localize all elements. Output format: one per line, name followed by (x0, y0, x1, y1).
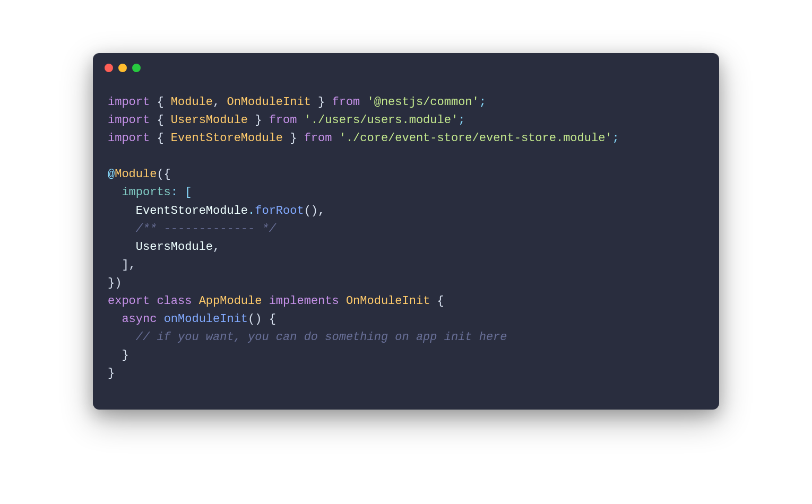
brace: { (150, 95, 171, 109)
space (262, 294, 269, 308)
indent (108, 312, 122, 326)
indent (108, 222, 136, 236)
prop-imports: imports (122, 186, 170, 199)
space (150, 294, 157, 308)
code-line: EventStoreModule.forRoot(), (108, 204, 325, 218)
decorator-module: Module (115, 168, 157, 181)
semicolon: ; (458, 114, 465, 127)
space (262, 312, 269, 326)
brace: ], (122, 258, 135, 272)
string-package: '@nestjs/common' (367, 95, 479, 109)
keyword-export: export (108, 294, 150, 308)
keyword-import: import (108, 95, 150, 109)
space (332, 132, 339, 145)
punct: : [ (171, 186, 192, 199)
code-line: }) (108, 276, 122, 290)
code-line: imports: [ (108, 186, 192, 199)
space (192, 294, 198, 308)
code-line: import { EventStoreModule } from './core… (108, 132, 619, 145)
func-onmoduleinit: onModuleInit (164, 312, 248, 326)
code-line: UsersModule, (108, 240, 220, 254)
type-usersmodule: UsersModule (171, 114, 248, 127)
indent (108, 240, 136, 254)
dot: . (248, 204, 255, 218)
keyword-class: class (157, 294, 192, 308)
code-line: // if you want, you can do something on … (108, 331, 507, 344)
code-line: } (108, 367, 115, 380)
close-icon[interactable] (105, 64, 113, 72)
brace: }) (108, 276, 122, 290)
code-line: import { UsersModule } from './users/use… (108, 114, 465, 127)
code-line: export class AppModule implements OnModu… (108, 294, 444, 308)
brace: } (283, 132, 304, 145)
type-eventstoremodule: EventStoreModule (171, 132, 283, 145)
keyword-from: from (332, 95, 360, 109)
ident-eventstoremodule: EventStoreModule (136, 204, 248, 218)
brace: ({ (157, 168, 170, 181)
comma: , (213, 240, 220, 254)
brace: { (269, 312, 276, 326)
code-line: import { Module, OnModuleInit } from '@n… (108, 95, 486, 109)
parens: () (248, 312, 262, 326)
string-package: './users/users.module' (304, 114, 458, 127)
code-line: ], (108, 258, 136, 272)
comment-block: /** ------------- */ (136, 222, 276, 236)
string-package: './core/event-store/event-store.module' (339, 132, 612, 145)
indent (108, 331, 136, 344)
func-forroot: forRoot (255, 204, 304, 218)
space (360, 95, 367, 109)
keyword-from: from (269, 114, 297, 127)
brace: } (108, 367, 115, 380)
decorator-at: @ (108, 168, 115, 181)
code-line: /** ------------- */ (108, 222, 276, 236)
code-content[interactable]: import { Module, OnModuleInit } from '@n… (93, 72, 719, 410)
brace: { (150, 114, 171, 127)
indent (108, 349, 122, 362)
brace: { (437, 294, 444, 308)
indent (108, 204, 136, 218)
space (297, 114, 304, 127)
code-line: async onModuleInit() { (108, 312, 276, 326)
space (157, 312, 163, 326)
semicolon: ; (479, 95, 486, 109)
minimize-icon[interactable] (118, 64, 127, 72)
keyword-async: async (122, 312, 157, 326)
comment-line: // if you want, you can do something on … (136, 331, 507, 344)
code-line: } (108, 349, 129, 362)
brace: } (311, 95, 332, 109)
keyword-implements: implements (269, 294, 339, 308)
semicolon: ; (612, 132, 619, 145)
brace: } (122, 349, 128, 362)
indent (108, 258, 122, 272)
type-appmodule: AppModule (199, 294, 262, 308)
space (339, 294, 346, 308)
keyword-import: import (108, 114, 150, 127)
zoom-icon[interactable] (132, 64, 141, 72)
space (430, 294, 437, 308)
keyword-from: from (304, 132, 332, 145)
brace: } (248, 114, 269, 127)
keyword-import: import (108, 132, 150, 145)
type-onmoduleinit: OnModuleInit (227, 95, 310, 109)
comma: , (213, 95, 227, 109)
indent (108, 186, 122, 199)
brace: { (150, 132, 171, 145)
ident-usersmodule: UsersModule (136, 240, 213, 254)
window-titlebar (93, 53, 719, 72)
parens: (), (304, 204, 325, 218)
type-onmoduleinit: OnModuleInit (346, 294, 430, 308)
code-editor-window: import { Module, OnModuleInit } from '@n… (93, 53, 719, 410)
type-module: Module (171, 95, 213, 109)
code-line: @Module({ (108, 168, 171, 181)
